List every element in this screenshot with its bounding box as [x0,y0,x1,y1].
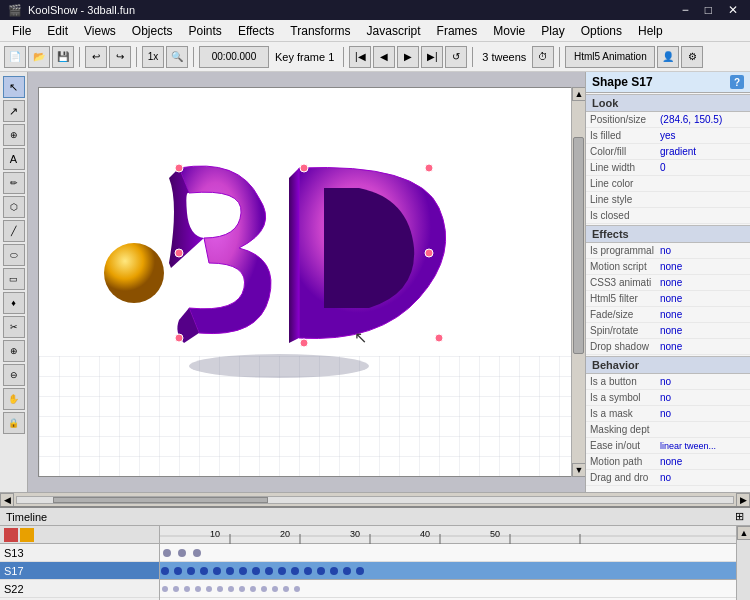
title-bar-controls: − □ ✕ [678,3,742,17]
svg-point-40 [184,586,190,592]
vscroll-up[interactable]: ▲ [572,87,585,101]
menu-help[interactable]: Help [630,22,671,40]
timeline-expand-icon[interactable]: ⊞ [735,510,744,523]
3d-text-shape[interactable]: ↖ [159,148,499,410]
canvas-vscroll[interactable]: ▲ ▼ [571,87,585,477]
panel-title: Shape S17 [592,75,653,89]
svg-point-47 [261,586,267,592]
prop-filled: Is filled yes [586,128,750,144]
minimize-button[interactable]: − [678,3,693,17]
node-tool[interactable]: ♦ [3,292,25,314]
save-button[interactable]: 💾 [52,46,74,68]
timeline-vscroll-up[interactable]: ▲ [737,526,750,540]
timeline-tracks: S13 S17 S22 S21 S20 [0,526,160,600]
shape-tool[interactable]: ⬡ [3,196,25,218]
menu-file[interactable]: File [4,22,39,40]
prop-linewidth: Line width 0 [586,160,750,176]
profile-button[interactable]: 👤 [657,46,679,68]
vscroll-thumb[interactable] [573,137,584,354]
open-button[interactable]: 📂 [28,46,50,68]
undo-button[interactable]: ↩ [85,46,107,68]
play-loop[interactable]: ↺ [445,46,467,68]
line-tool[interactable]: ╱ [3,220,25,242]
play-back[interactable]: ◀ [373,46,395,68]
menu-views[interactable]: Views [76,22,124,40]
svg-point-43 [217,586,223,592]
tweens-label: 3 tweens [478,51,530,63]
prop-draganddrop: Drag and dro no [586,470,750,486]
menu-transforms[interactable]: Transforms [282,22,358,40]
vscroll-down[interactable]: ▼ [572,463,585,477]
transform-tool[interactable]: ⊕ [3,124,25,146]
panel-help-button[interactable]: ? [730,75,744,89]
play-end[interactable]: ▶| [421,46,443,68]
hscroll-right[interactable]: ▶ [736,493,750,507]
app-title: KoolShow - 3dball.fun [28,4,135,16]
text-tool[interactable]: A [3,148,25,170]
menu-bar: File Edit Views Objects Points Effects T… [0,20,750,42]
scissors-tool[interactable]: ✂ [3,316,25,338]
prop-isclosed: Is closed [586,208,750,224]
zoom-button[interactable]: 🔍 [166,46,188,68]
oval-tool[interactable]: ⬭ [3,244,25,266]
close-button[interactable]: ✕ [724,3,742,17]
redo-button[interactable]: ↪ [109,46,131,68]
keyframe-row-s17 [160,562,736,580]
svg-point-4 [300,164,308,172]
hscroll-thumb[interactable] [53,497,268,503]
svg-point-20 [178,549,186,557]
menu-objects[interactable]: Objects [124,22,181,40]
svg-point-34 [317,567,325,575]
timeline-vscroll: ▲ ▼ [736,526,750,600]
menu-points[interactable]: Points [181,22,230,40]
svg-point-50 [294,586,300,592]
prop-html5filter: Html5 filter none [586,291,750,307]
menu-movie[interactable]: Movie [485,22,533,40]
svg-point-7 [300,339,308,347]
menu-frames[interactable]: Frames [429,22,486,40]
play-forward[interactable]: ▶ [397,46,419,68]
menu-edit[interactable]: Edit [39,22,76,40]
prop-easeinout: Ease in/out linear tween... [586,438,750,454]
prop-motionpath: Motion path none [586,454,750,470]
svg-point-42 [206,586,212,592]
timeline-header: Timeline ⊞ [0,508,750,526]
svg-point-24 [187,567,195,575]
zoom-out-tool[interactable]: ⊖ [3,364,25,386]
svg-point-23 [174,567,182,575]
menu-options[interactable]: Options [573,22,630,40]
track-s22[interactable]: S22 [0,580,159,598]
svg-point-27 [226,567,234,575]
keyframe-row-s13 [160,544,736,562]
svg-point-37 [356,567,364,575]
track-icon-red [4,528,18,542]
right-panel: Shape S17 ? Look Position/size (284.6, 1… [585,72,750,492]
svg-point-25 [200,567,208,575]
prop-isasymbol: Is a symbol no [586,390,750,406]
effects-section-header: Effects [586,225,750,243]
menu-effects[interactable]: Effects [230,22,282,40]
lock-tool[interactable]: 🔒 [3,412,25,434]
play-begin[interactable]: |◀ [349,46,371,68]
tween-button[interactable]: ⏱ [532,46,554,68]
new-button[interactable]: 📄 [4,46,26,68]
menu-play[interactable]: Play [533,22,572,40]
svg-point-2 [104,243,164,303]
hscroll-left[interactable]: ◀ [0,493,14,507]
svg-point-6 [175,334,183,342]
maximize-button[interactable]: □ [701,3,716,17]
svg-point-26 [213,567,221,575]
track-s17[interactable]: S17 [0,562,159,580]
pen-tool[interactable]: ✏ [3,172,25,194]
canvas-area[interactable]: ↖ ▲ ▼ [28,72,585,492]
svg-point-41 [195,586,201,592]
menu-javascript[interactable]: Javascript [359,22,429,40]
hand-tool[interactable]: ✋ [3,388,25,410]
track-s13[interactable]: S13 [0,544,159,562]
zoom-in-tool[interactable]: ⊕ [3,340,25,362]
subselect-tool[interactable]: ↗ [3,100,25,122]
rect-tool[interactable]: ▭ [3,268,25,290]
config-button[interactable]: ⚙ [681,46,703,68]
select-tool[interactable]: ↖ [3,76,25,98]
svg-point-21 [193,549,201,557]
